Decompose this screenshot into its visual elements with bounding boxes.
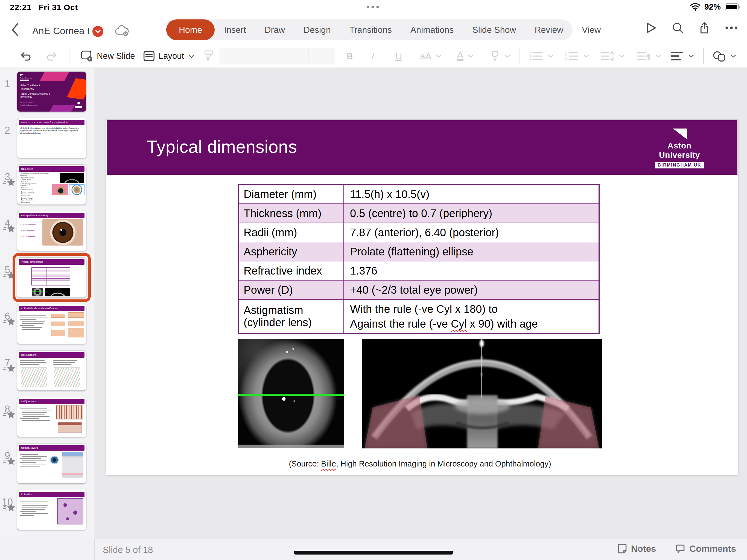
thumbnail-slide-1[interactable]: Aston University Pillar: The Patient The… [17, 72, 86, 111]
cloud-saved-icon[interactable] [114, 25, 130, 37]
notes-button[interactable]: Notes [617, 543, 656, 554]
back-icon[interactable] [9, 23, 21, 37]
bullet-list-icon [530, 51, 544, 61]
more-options-icon[interactable] [725, 26, 738, 30]
tab-review[interactable]: Review [525, 19, 572, 40]
tab-animations[interactable]: Animations [401, 19, 463, 40]
underline-button[interactable]: U [395, 51, 402, 61]
slide-5-canvas[interactable]: Typical dimensions Aston University BIRM… [106, 120, 738, 475]
table-row: Asphericity Prolate (flattening) ellipse [239, 242, 598, 261]
dimensions-table[interactable]: Diameter (mm) 11.5(h) x 10.5(v) Thicknes… [238, 184, 600, 334]
chevron-down-icon [468, 54, 473, 58]
ribbon-tab-bar: Home Insert Draw Design Transitions Anim… [166, 19, 572, 40]
thumb7-diagram [21, 367, 47, 387]
play-slideshow-icon[interactable] [646, 22, 657, 34]
thumb8-diagram [56, 405, 83, 419]
align-icon [670, 51, 684, 61]
highlight-button[interactable] [489, 45, 510, 68]
thumb6-cell-diagrams [51, 312, 84, 339]
font-resize-glyph: aA [420, 51, 432, 61]
layout-label: Layout [159, 51, 184, 61]
comments-button[interactable]: Comments [675, 543, 736, 554]
formatting-toolbar: New Slide Layout B I U [0, 45, 747, 68]
share-icon[interactable] [699, 22, 710, 34]
line-spacing-button[interactable] [600, 45, 624, 68]
status-footer: Slide 5 of 18 Notes Comments [0, 539, 747, 560]
multitask-dots-icon[interactable]: ••• [0, 2, 747, 12]
table-row: Radii (mm) 7.87 (anterior), 6.40 (poster… [239, 223, 598, 242]
font-name-field[interactable] [219, 48, 308, 65]
status-bar: 22:21Fri 31 Oct ••• 92% [0, 0, 747, 15]
tab-insert[interactable]: Insert [215, 19, 255, 40]
chevron-down-icon [656, 54, 661, 58]
tab-slideshow[interactable]: Slide Show [463, 19, 525, 40]
slide-title-banner[interactable]: Typical dimensions Aston University BIRM… [107, 120, 738, 175]
thumbnail-slide-4[interactable]: Recap – basic anatomy Cornea Sclera Limb… [17, 211, 86, 251]
spellcheck-word: Bille [321, 459, 336, 468]
thumb8-title: Cell junctions [19, 399, 84, 404]
scan-line-green [238, 394, 344, 396]
tab-transitions[interactable]: Transitions [340, 19, 401, 40]
cornea-oct-image[interactable] [362, 339, 602, 449]
numbered-list-button[interactable]: 123 [565, 45, 589, 68]
new-slide-button[interactable]: New Slide [81, 45, 135, 68]
chevron-down-icon [619, 54, 624, 58]
thumb-number: 2 [0, 125, 15, 136]
sync-status-badge[interactable] [93, 26, 103, 37]
tab-view[interactable]: View [572, 19, 610, 40]
thumbnail-slide-9[interactable]: Corneal layers [17, 443, 86, 483]
eye-scheimpflug-image[interactable] [238, 339, 344, 448]
thumb7-title: Cell junctions [19, 352, 84, 358]
table-row: Astigmatism (cylinder lens) With the rul… [239, 300, 598, 333]
slide-thumbnail-panel[interactable]: 1 Aston University Pillar: The Patient T… [0, 68, 94, 539]
comments-icon [675, 543, 686, 554]
paragraph-button[interactable]: ¶ [637, 45, 661, 68]
font-color-button[interactable]: A [457, 45, 473, 68]
bold-button[interactable]: B [346, 51, 353, 61]
tab-home[interactable]: Home [166, 19, 215, 40]
slide-indicator: Slide 5 of 18 [103, 545, 153, 555]
powerpoint-ipad-screen: 22:21Fri 31 Oct ••• 92% AnE Cornea I [0, 0, 747, 560]
layout-button[interactable]: Layout [143, 45, 195, 68]
source-caption[interactable]: (Source: Bille, High Resolution Imaging … [238, 459, 602, 468]
align-button[interactable] [670, 45, 694, 68]
italic-button[interactable]: I [371, 51, 374, 61]
thumbnail-slide-5-selected[interactable]: Typical dimensions [17, 258, 86, 298]
slide-title[interactable]: Typical dimensions [147, 137, 297, 157]
undo-icon[interactable] [20, 50, 32, 62]
new-slide-icon [81, 50, 93, 62]
chevron-down-icon [505, 54, 510, 58]
redo-icon[interactable] [45, 50, 58, 62]
table-row: Refractive index 1.376 [239, 261, 598, 281]
chevron-down-icon [730, 54, 736, 58]
highlighter-icon [489, 50, 500, 62]
thumb9-layers-diagram [62, 452, 83, 478]
thumbnail-slide-6[interactable]: Epithelial cells and classification [17, 304, 86, 344]
title-bar: AnE Cornea I Home Insert Draw Design Tra… [0, 15, 747, 45]
thumb7-diagram [54, 367, 80, 387]
thumbnail-slide-8[interactable]: Cell junctions [17, 397, 86, 437]
shapes-button[interactable] [713, 45, 736, 68]
font-resize-button[interactable]: aA [420, 45, 441, 68]
search-icon[interactable] [672, 22, 684, 34]
home-indicator[interactable] [294, 551, 453, 555]
format-painter-icon[interactable] [203, 50, 214, 62]
thumb4-title: Recap – basic anatomy [19, 213, 84, 218]
thumbnail-slide-2[interactable]: Links to GOC Outcomes for Registration •… [17, 118, 86, 158]
thumb3-eye-image2 [69, 184, 84, 195]
thumbnail-slide-3[interactable]: Objectives • To introduce you to corneal… [17, 164, 86, 205]
thumbnail-slide-7[interactable]: Cell junctions [17, 351, 86, 390]
font-size-field[interactable] [309, 48, 335, 65]
thumbnail-slide-10[interactable]: Epithelium [17, 490, 86, 530]
chevron-down-icon [548, 54, 553, 58]
bullet-list-button[interactable] [530, 45, 553, 68]
svg-text:¶: ¶ [647, 53, 650, 61]
thumb9-cornea-disc [50, 456, 59, 464]
tab-draw[interactable]: Draw [255, 19, 294, 40]
svg-text:2: 2 [565, 54, 567, 58]
document-title[interactable]: AnE Cornea I [32, 25, 90, 36]
paragraph-icon: ¶ [637, 51, 651, 61]
thumb4-label: Cornea [21, 223, 27, 226]
tab-design[interactable]: Design [294, 19, 340, 40]
animation-star-icon [3, 456, 15, 466]
